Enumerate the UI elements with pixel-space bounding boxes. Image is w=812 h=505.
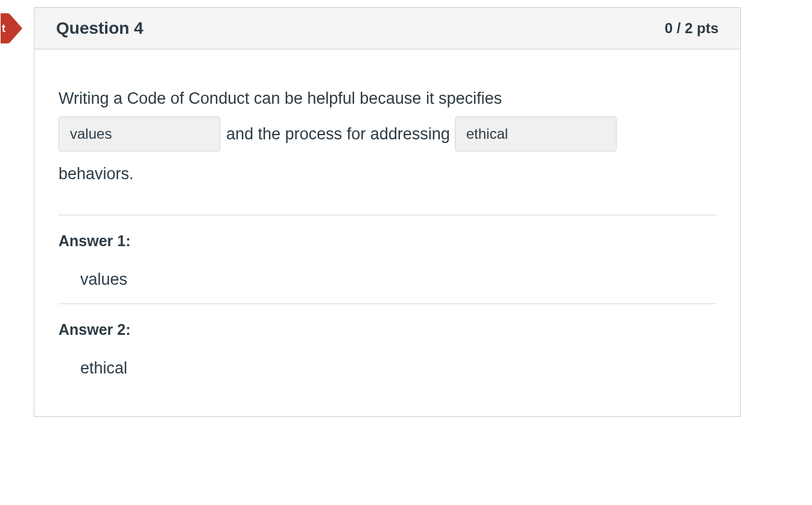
question-card: t Question 4 0 / 2 pts Writing a Code of… bbox=[34, 7, 741, 417]
incorrect-flag: t bbox=[1, 13, 22, 43]
blank-input-1[interactable]: values bbox=[59, 116, 220, 151]
question-title: Question 4 bbox=[56, 19, 144, 38]
flag-label: t bbox=[1, 13, 9, 43]
flag-arrow-tip bbox=[9, 13, 22, 43]
answer-block-2: Answer 2: ethical bbox=[59, 303, 716, 392]
prompt-intro: Writing a Code of Conduct can be helpful… bbox=[59, 89, 716, 108]
answer-1-label: Answer 1: bbox=[59, 232, 716, 250]
prompt-tail: behaviors. bbox=[59, 165, 716, 183]
question-header: t Question 4 0 / 2 pts bbox=[34, 8, 740, 49]
blank-input-2[interactable]: ethical bbox=[455, 116, 617, 151]
answers-section: Answer 1: values Answer 2: ethical bbox=[59, 215, 716, 392]
question-points: 0 / 2 pts bbox=[665, 20, 718, 37]
question-body: Writing a Code of Conduct can be helpful… bbox=[34, 49, 740, 416]
answer-2-value: ethical bbox=[80, 359, 716, 378]
fill-blank-row: values and the process for addressing et… bbox=[59, 116, 716, 151]
answer-block-1: Answer 1: values bbox=[59, 215, 716, 303]
answer-2-label: Answer 2: bbox=[59, 321, 716, 338]
prompt-mid: and the process for addressing bbox=[226, 125, 450, 144]
answer-1-value: values bbox=[80, 270, 716, 289]
